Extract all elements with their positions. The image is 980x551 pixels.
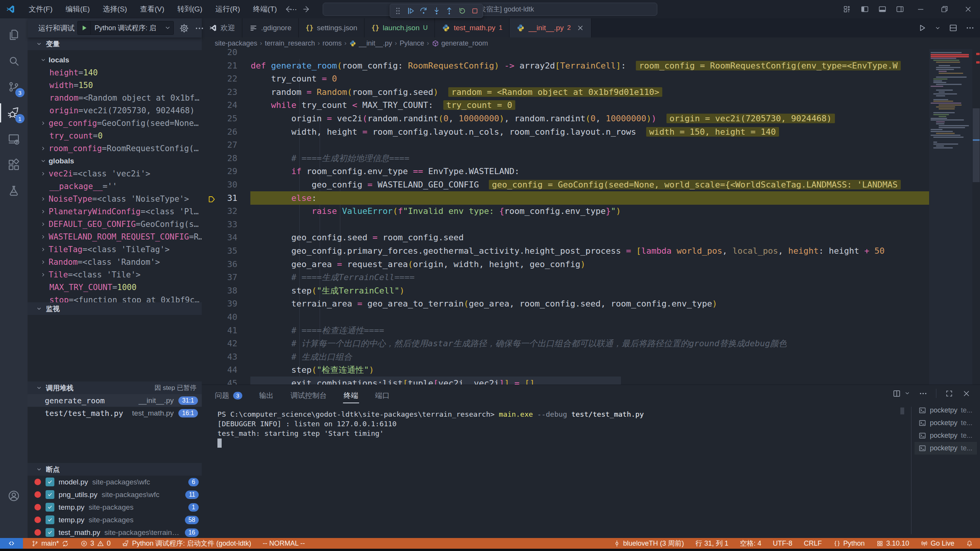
terminal-scrollbar-thumb[interactable]: [900, 408, 904, 414]
panel-more-button-icon[interactable]: [919, 389, 928, 398]
breakpoint-item[interactable]: model.pysite-packages\wfc6: [28, 476, 202, 488]
more-actions-icon[interactable]: [194, 23, 204, 33]
panel-close-button-icon[interactable]: [962, 389, 971, 398]
breakpoint-checkbox[interactable]: [46, 528, 54, 537]
variable-stop[interactable]: stop = <function stop at 0x1bf9cd21: [28, 293, 202, 302]
continue-button[interactable]: [405, 5, 416, 17]
debug-config[interactable]: Python 调试程序: 启动文件 (godot-ldtk): [122, 539, 251, 548]
activity-source-control[interactable]: 3: [0, 74, 28, 99]
variable-DEFAULT_GEO_CONFIG[interactable]: DEFAULT_GEO_CONFIG = GeoConfig(seed=1: [28, 218, 202, 230]
menu-item[interactable]: 选择(S): [96, 4, 134, 14]
breadcrumb-item[interactable]: site-packages: [215, 39, 257, 47]
remote-indicator[interactable]: [0, 538, 23, 549]
go-live[interactable]: Go Live: [921, 540, 954, 548]
activity-debug[interactable]: 1: [0, 100, 28, 126]
problems[interactable]: 30: [80, 540, 111, 548]
activity-extensions[interactable]: [0, 152, 28, 178]
sidebar-left-button[interactable]: [856, 0, 874, 18]
restore-button[interactable]: [933, 0, 956, 18]
scrollbar-thumb[interactable]: [973, 108, 980, 182]
variable-height[interactable]: height = 140: [28, 66, 202, 79]
panel-bottom-button[interactable]: [874, 0, 891, 18]
activity-remote[interactable]: [0, 126, 28, 152]
breakpoint-item[interactable]: temp.pysite-packages58: [28, 514, 202, 526]
python-version[interactable]: 3.10.10: [876, 540, 909, 548]
variable-NoiseType[interactable]: NoiseType = <class 'NoiseType'>: [28, 192, 202, 205]
menu-item[interactable]: 查看(V): [134, 4, 171, 14]
breakpoint-checkbox[interactable]: [46, 515, 54, 524]
tab-.gdignore[interactable]: .gdignore: [242, 18, 299, 37]
breakpoint-item[interactable]: test_math.pysite-packages\terrain_res...…: [28, 526, 202, 538]
customize-layout-button[interactable]: [838, 0, 856, 18]
var-group-globals[interactable]: globals: [28, 155, 202, 167]
breadcrumb-item[interactable]: rooms: [322, 39, 341, 47]
stop-button[interactable]: [469, 5, 480, 17]
menu-item[interactable]: 转到(G): [171, 4, 209, 14]
panel-tab-问题[interactable]: 问题3: [215, 388, 242, 403]
forward-icon[interactable]: [302, 5, 312, 14]
stack-frame[interactable]: generate_room__init__.py31:1: [28, 394, 202, 407]
sidebar-right-button[interactable]: [891, 0, 909, 18]
panel-tab-输出[interactable]: 输出: [259, 388, 274, 403]
breadcrumb-item[interactable]: __init__.py: [349, 39, 392, 47]
close-button[interactable]: [956, 0, 980, 18]
search-input[interactable]: [扩展开发宿主] godot-ldtk: [323, 3, 657, 16]
menu-item[interactable]: 运行(R): [209, 4, 247, 14]
terminal-session[interactable]: pocketpyte...: [915, 417, 977, 429]
section-header-调用堆栈[interactable]: 调用堆栈因 step 已暂停: [28, 381, 202, 394]
tab-__init__.py[interactable]: __init__.py2: [510, 18, 591, 37]
var-group-locals[interactable]: locals: [28, 54, 202, 66]
breadcrumb-item[interactable]: generate_room: [432, 39, 488, 47]
git-branch[interactable]: main*: [31, 540, 69, 548]
menu-item[interactable]: 文件(F): [22, 4, 59, 14]
activity-account[interactable]: [0, 483, 28, 509]
terminal-output[interactable]: PS C:\computer_science\godot-ldtk\site-p…: [217, 409, 896, 438]
gear-icon[interactable]: [179, 23, 189, 33]
breakpoint-item[interactable]: temp.pysite-packages1: [28, 501, 202, 514]
stack-frame[interactable]: test/test_math.pytest_math.py16:1: [28, 407, 202, 419]
back-icon[interactable]: [283, 5, 292, 14]
variable-TileTag[interactable]: TileTag = <class 'TileTag'>: [28, 243, 202, 256]
breakpoint-item[interactable]: png_utils.pysite-packages\wfc11: [28, 488, 202, 501]
menu-item[interactable]: 终端(T): [247, 4, 283, 14]
breakpoint-checkbox[interactable]: [46, 490, 54, 499]
run-dropdown-icon[interactable]: [934, 25, 941, 31]
variable-MAX_TRY_COUNT[interactable]: MAX_TRY_COUNT = 1000: [28, 281, 202, 293]
terminal-session[interactable]: pocketpyte...: [915, 404, 977, 417]
activity-search[interactable]: [0, 48, 28, 73]
split-editor-button-icon[interactable]: [949, 23, 958, 33]
breakpoint-checkbox[interactable]: [46, 503, 54, 512]
menu-item[interactable]: 编辑(E): [59, 4, 96, 14]
encoding[interactable]: UTF-8: [773, 540, 792, 548]
vim-mode[interactable]: -- NORMAL --: [263, 540, 305, 548]
tab-settings.json[interactable]: {}settings.json: [299, 18, 364, 37]
git-blame[interactable]: blueloveTH (3 周前): [613, 539, 684, 548]
section-header-断点[interactable]: 断点: [28, 463, 202, 476]
breakpoint-checkbox[interactable]: [46, 478, 54, 486]
panel-tab-终端[interactable]: 终端: [344, 388, 358, 403]
tab-欢迎[interactable]: 欢迎: [202, 18, 242, 37]
panel-split-dropdown-icon[interactable]: [904, 390, 910, 396]
terminal-session[interactable]: pocketpyte...: [915, 442, 977, 455]
variable-__package__[interactable]: __package__ = '': [28, 180, 202, 192]
panel-tab-调试控制台[interactable]: 调试控制台: [291, 388, 327, 403]
step-out-button[interactable]: [444, 5, 455, 17]
variable-try_count[interactable]: try_count = 0: [28, 129, 202, 142]
panel-maximize-button-icon[interactable]: [945, 389, 954, 398]
panel-split-button-icon[interactable]: [892, 389, 901, 398]
variable-Tile[interactable]: Tile = <class 'Tile'>: [28, 268, 202, 281]
language-mode[interactable]: Python: [833, 540, 865, 548]
minimize-button[interactable]: [909, 0, 933, 18]
section-header-监视[interactable]: 监视: [28, 302, 202, 315]
start-debug-icon[interactable]: [78, 21, 91, 34]
editor-scrollbar[interactable]: [972, 49, 980, 385]
variable-Random[interactable]: Random = <class 'Random'>: [28, 256, 202, 268]
variable-random[interactable]: random = <Random object at 0x1bf9d01e110…: [28, 91, 202, 104]
indentation[interactable]: 空格: 4: [740, 539, 761, 548]
tab-launch.json[interactable]: {}launch.jsonU: [364, 18, 435, 37]
variable-PlanetaryWindConfig[interactable]: PlanetaryWindConfig = <class 'Planetary: [28, 205, 202, 218]
activity-testing[interactable]: [0, 178, 28, 204]
variable-WASTELAND_ROOM_REQUEST_CONFIG[interactable]: WASTELAND_ROOM_REQUEST_CONFIG = RoomRe: [28, 230, 202, 243]
breadcrumb-item[interactable]: Pylance: [400, 39, 424, 47]
step-into-button[interactable]: [431, 5, 442, 17]
